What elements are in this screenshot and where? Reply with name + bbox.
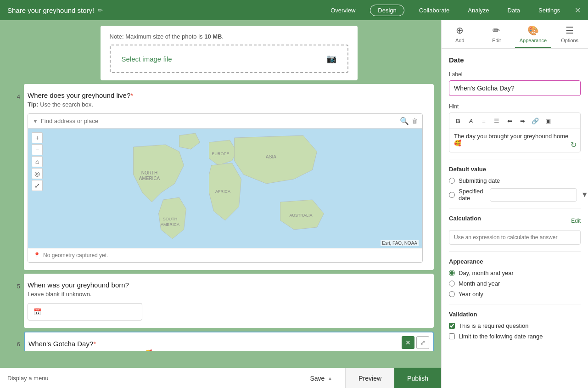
radio-submitting-input[interactable] bbox=[449, 178, 455, 184]
bottom-bar: Display a menu Save ▲ Preview Publish bbox=[0, 368, 441, 388]
gotcha-actions: ✕ ⤢ bbox=[402, 336, 429, 349]
appearance-y-input[interactable] bbox=[449, 291, 455, 297]
svg-text:EUROPE: EUROPE bbox=[212, 152, 229, 156]
divider-2 bbox=[449, 208, 581, 208]
options-icon: ☰ bbox=[566, 25, 574, 36]
appearance-icon: 🎨 bbox=[527, 25, 539, 36]
hint-bold[interactable]: B bbox=[452, 115, 464, 127]
map-home[interactable]: ⌂ bbox=[32, 156, 43, 167]
required-checkbox-label: This is a required question bbox=[459, 322, 528, 329]
svg-text:SOUTH: SOUTH bbox=[163, 217, 178, 221]
radio-specified-label: Specified date bbox=[459, 188, 486, 202]
question-5-hint: Leave blank if unknown. bbox=[28, 291, 423, 298]
toolbar-add[interactable]: ⊕ Add bbox=[442, 20, 478, 48]
question-6-hint: The day you brought your greyhound home … bbox=[28, 349, 422, 351]
map-controls: + − ⌂ ◎ ⤢ bbox=[32, 132, 43, 191]
hint-media[interactable]: ▣ bbox=[542, 115, 554, 127]
appearance-month-year[interactable]: Month and year bbox=[449, 280, 581, 287]
nav-collaborate[interactable]: Collaborate bbox=[415, 5, 454, 16]
validation-date-range[interactable]: Limit to the following date range bbox=[449, 333, 581, 340]
gotcha-expand-button[interactable]: ⤢ bbox=[416, 336, 429, 349]
edit-icon: ✏ bbox=[493, 25, 500, 36]
map-dropdown-icon[interactable]: ▼ bbox=[33, 118, 38, 124]
map-body[interactable]: NORTH AMERICA SOUTH AMERICA EUROPE AFRIC… bbox=[28, 129, 422, 248]
display-menu-button[interactable]: Display a menu bbox=[0, 375, 56, 382]
calculation-title: Calculation bbox=[449, 215, 481, 222]
calculation-edit-link[interactable]: Edit bbox=[571, 218, 581, 224]
appearance-year-only[interactable]: Year only bbox=[449, 291, 581, 298]
map-search-icon[interactable]: 🔍 bbox=[400, 117, 409, 125]
hint-list-ordered[interactable]: ☰ bbox=[491, 115, 503, 127]
question-4-label: Where does your greyhound live?* bbox=[28, 91, 423, 99]
appearance-my-label: Month and year bbox=[459, 280, 500, 287]
divider-1 bbox=[449, 159, 581, 159]
form-wrapper: Note: Maximum size of the photo is 10 MB… bbox=[0, 20, 441, 351]
upload-panel: Note: Maximum size of the photo is 10 MB… bbox=[101, 26, 358, 80]
svg-text:ASIA: ASIA bbox=[266, 154, 276, 159]
map-locate[interactable]: ◎ bbox=[32, 168, 43, 179]
validation-required[interactable]: This is a required question bbox=[449, 322, 581, 329]
date-range-checkbox[interactable] bbox=[449, 333, 455, 339]
nav-data[interactable]: Data bbox=[504, 5, 524, 16]
question-5-date-input[interactable]: 📅 bbox=[28, 303, 142, 321]
radio-submitting-date[interactable]: Submitting date bbox=[449, 177, 581, 184]
specified-date-row: Specified date ▼ bbox=[459, 188, 588, 202]
camera-button[interactable]: 📷 bbox=[326, 54, 336, 64]
gotcha-close-button[interactable]: ✕ bbox=[402, 336, 414, 349]
nav-analyze[interactable]: Analyze bbox=[464, 5, 493, 16]
hint-list-unordered[interactable]: ≡ bbox=[478, 115, 490, 127]
appearance-my-input[interactable] bbox=[449, 281, 455, 287]
svg-text:AFRICA: AFRICA bbox=[215, 189, 230, 194]
map-search-input[interactable] bbox=[41, 118, 397, 124]
location-pin-icon: 📍 bbox=[34, 252, 40, 259]
upload-box[interactable]: Select image file 📷 bbox=[110, 45, 348, 73]
question-4-hint: Tip: Use the search box. bbox=[28, 101, 423, 108]
save-dropdown-arrow[interactable]: ▲ bbox=[327, 376, 332, 381]
save-label: Save bbox=[310, 375, 325, 382]
hint-editor: B A ≡ ☰ ⬅ ➡ 🔗 ▣ The day you brought your… bbox=[449, 112, 581, 152]
hint-field-label: Hint bbox=[449, 103, 581, 110]
hint-refresh-icon[interactable]: ↻ bbox=[571, 141, 577, 149]
nav-settings[interactable]: Settings bbox=[535, 5, 564, 16]
map-zoom-out[interactable]: − bbox=[32, 144, 43, 155]
required-checkbox[interactable] bbox=[449, 323, 455, 329]
hint-indent-left[interactable]: ⬅ bbox=[504, 115, 515, 127]
close-icon[interactable]: ✕ bbox=[575, 6, 581, 15]
toolbar-options[interactable]: ☰ Options bbox=[551, 20, 588, 48]
nav-design[interactable]: Design bbox=[370, 5, 404, 16]
map-zoom-in[interactable]: + bbox=[32, 132, 43, 143]
hint-italic[interactable]: A bbox=[465, 115, 477, 127]
nav-overview[interactable]: Overview bbox=[327, 5, 359, 16]
save-button[interactable]: Save ▲ bbox=[297, 368, 346, 388]
hint-indent-right[interactable]: ➡ bbox=[516, 115, 528, 127]
toolbar-options-label: Options bbox=[561, 38, 578, 43]
validation-title: Validation bbox=[449, 311, 581, 318]
divider-3 bbox=[449, 251, 581, 252]
question-5-panel: When was your greyhound born? Leave blan… bbox=[24, 274, 434, 328]
publish-button[interactable]: Publish bbox=[394, 368, 441, 388]
appearance-day-month-year[interactable]: Day, month and year bbox=[449, 270, 581, 276]
toolbar-appearance-label: Appearance bbox=[520, 38, 547, 43]
main-layout: Note: Maximum size of the photo is 10 MB… bbox=[0, 20, 588, 388]
hint-content-area[interactable]: The day you brought your greyhound home … bbox=[449, 129, 580, 152]
toolbar-edit[interactable]: ✏ Edit bbox=[478, 20, 515, 48]
edit-title-icon[interactable]: ✏ bbox=[98, 7, 103, 14]
specified-date-input[interactable] bbox=[490, 188, 577, 202]
hint-link[interactable]: 🔗 bbox=[529, 115, 541, 127]
question-6-row: 6 ✕ ⤢ When's Gotcha Day?* The day you br… bbox=[7, 332, 434, 351]
svg-text:AUSTRALIA: AUSTRALIA bbox=[289, 213, 312, 218]
specified-date-dropdown[interactable]: ▼ bbox=[581, 189, 588, 200]
toolbar-appearance[interactable]: 🎨 Appearance bbox=[515, 20, 552, 48]
map-delete-button[interactable]: 🗑 bbox=[412, 118, 418, 124]
map-expand[interactable]: ⤢ bbox=[32, 180, 43, 191]
question-4-row: 4 Where does your greyhound live?* Tip: … bbox=[7, 84, 434, 270]
preview-button[interactable]: Preview bbox=[346, 368, 394, 388]
top-nav: Share your greyhound story! ✏ Overview D… bbox=[0, 0, 588, 20]
upload-note: Note: Maximum size of the photo is 10 MB… bbox=[110, 33, 348, 40]
radio-specified-date[interactable]: Specified date ▼ bbox=[449, 188, 581, 202]
appearance-dmy-input[interactable] bbox=[449, 270, 455, 276]
label-input[interactable] bbox=[449, 80, 581, 96]
radio-specified-input[interactable] bbox=[449, 192, 455, 198]
radio-submitting-label: Submitting date bbox=[459, 177, 500, 184]
calculation-input[interactable] bbox=[449, 230, 581, 245]
